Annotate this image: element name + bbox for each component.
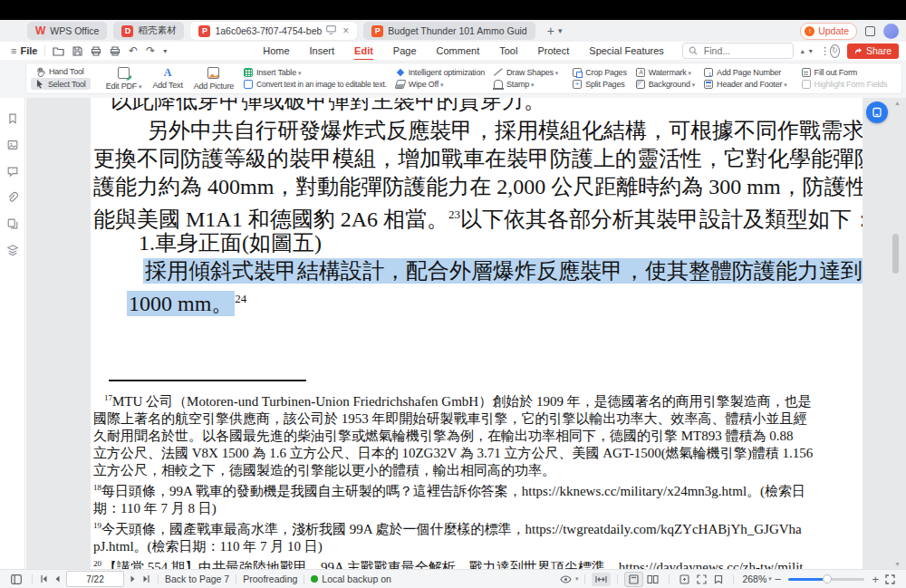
tab-current-document[interactable]: P 1a6c0e63-7f07-4754-beb × (190, 22, 357, 40)
read-mode-button[interactable]: ▾ (560, 575, 579, 583)
update-button[interactable]: ↑ Update (800, 23, 857, 40)
sidebar-toggle-icon[interactable] (7, 573, 25, 586)
stamp-button[interactable]: Stamp (494, 80, 558, 89)
split-pages-button[interactable]: Split Pages (573, 80, 627, 89)
add-page-number-button[interactable]: Add Page Number (704, 68, 786, 77)
add-picture-icon (207, 67, 219, 79)
merge-split-group: Merge PDF Split PDF (897, 65, 902, 92)
scroll-up-icon[interactable]: ▲ (894, 100, 901, 106)
menu-special-features[interactable]: Special Features (589, 45, 664, 56)
hamburger-icon: ≡ (11, 45, 16, 56)
first-page-button[interactable] (39, 574, 48, 583)
insert-table-button[interactable]: Insert Table (244, 68, 387, 77)
find-input[interactable] (702, 44, 787, 57)
header-and-footer-button[interactable]: Header and Footer (704, 80, 786, 89)
draw-shapes-button[interactable]: Draw Shapes (494, 68, 558, 77)
local-backup-status[interactable]: Local backup on (311, 574, 390, 584)
fullscreen-button[interactable] (882, 573, 899, 586)
line-shape-icon (494, 68, 503, 77)
zoom-out-button[interactable]: − (775, 573, 782, 586)
pages-copy-icon[interactable] (6, 217, 19, 230)
two-page-view-button[interactable] (643, 573, 662, 586)
select-tool-button[interactable]: Select Tool (31, 78, 91, 90)
crop-pages-button[interactable]: Crop Pages (573, 68, 627, 77)
fit-width-button[interactable] (592, 573, 611, 586)
new-tab-button[interactable]: + (547, 24, 554, 38)
window-control-icon[interactable] (865, 26, 875, 36)
header-footer-icon (704, 80, 713, 89)
zoom-slider[interactable] (788, 578, 864, 581)
tab-wps-office[interactable]: W WPS Office (27, 22, 107, 40)
background-button[interactable]: Background (636, 80, 695, 89)
fill-out-form-button[interactable]: Fill out Form (802, 68, 888, 77)
menu-protect[interactable]: Protect (537, 45, 569, 56)
edit-pdf-button[interactable]: Edit PDF (101, 65, 148, 92)
find-previous-icon[interactable]: ▴ (801, 47, 805, 55)
next-page-button[interactable] (130, 574, 137, 583)
fit-page-button[interactable] (676, 573, 693, 586)
comment-icon[interactable] (6, 165, 19, 178)
menu-file[interactable]: ≡ File (11, 45, 37, 56)
actual-size-button[interactable] (693, 573, 710, 586)
menu-insert[interactable]: Insert (310, 45, 335, 56)
last-page-button[interactable] (142, 574, 151, 583)
merge-pdf-button[interactable]: Merge PDF (901, 69, 902, 78)
menu-home[interactable]: Home (263, 45, 289, 56)
scroll-down-icon[interactable]: ▼ (894, 561, 901, 567)
mobile-view-float-button[interactable] (866, 101, 888, 123)
tab-docer-materials[interactable]: D 稻壳素材 (113, 22, 184, 40)
redo-icon[interactable]: ↷ (146, 44, 155, 57)
zoom-in-button[interactable]: + (872, 573, 879, 586)
menu-page[interactable]: Page (393, 45, 417, 56)
watermark-button[interactable]: Watermark (636, 68, 695, 77)
thumbnail-icon[interactable] (6, 139, 19, 151)
hand-tool-button[interactable]: Hand Tool (35, 67, 91, 77)
wipe-off-button[interactable]: Wipe Off (396, 80, 485, 89)
previous-page-button[interactable] (53, 574, 61, 583)
more-options-icon[interactable]: ⋮ (820, 45, 830, 57)
print-preview-icon[interactable] (110, 46, 120, 56)
page-indicator-input[interactable] (66, 571, 124, 587)
zoom-level[interactable]: 268% (742, 574, 766, 584)
find-next-icon[interactable]: ▾ (809, 47, 813, 55)
bookmark-view-button[interactable] (710, 573, 727, 586)
save-icon[interactable] (72, 46, 82, 56)
ribbon-background: Hand Tool Select Tool Edit PDF A Add Tex… (0, 60, 906, 98)
vertical-scrollbar-thumb[interactable] (892, 234, 899, 274)
find-box[interactable] (682, 43, 794, 59)
app-tab-bar: W WPS Office D 稻壳素材 P 1a6c0e63-7f07-4754… (0, 20, 906, 42)
menu-edit[interactable]: Edit (354, 45, 373, 56)
page-number-icon (704, 68, 713, 77)
cloud-sync-icon[interactable]: ↻ (830, 44, 840, 58)
open-folder-icon[interactable] (53, 46, 64, 56)
menu-tool[interactable]: Tool (499, 45, 517, 56)
intelligent-optimization-button[interactable]: Intelligent optimization (396, 68, 485, 77)
single-page-view-button[interactable] (624, 572, 643, 587)
undo-icon[interactable]: ↶ (129, 44, 138, 57)
doc-text-line: 護能力約為 400mm，對動能彈防護能力在 2,000 公尺距離時約為 300 … (93, 174, 863, 199)
layers-icon[interactable] (6, 244, 19, 256)
close-tab-icon[interactable]: × (342, 24, 349, 37)
proofreading-button[interactable]: Proofreading (243, 574, 297, 584)
menu-bar: ≡ File ↶ ↷ ▾ Home Insert Edit Page Comme… (0, 42, 906, 60)
pdf-page[interactable]: 以此降低穿甲彈或破甲彈對主裝甲的貫穿力。 另外中共自行研發爆炸式反應裝甲，採用模… (91, 98, 863, 569)
tab-list-chevron-icon[interactable]: ▾ (558, 26, 563, 35)
optimize-wipe-group: Intelligent optimization Wipe Off (391, 65, 489, 92)
add-picture-button[interactable]: Add Picture (188, 65, 239, 92)
bookmark-icon[interactable] (6, 112, 19, 125)
add-text-button[interactable]: A Add Text (147, 65, 188, 92)
status-bar: Back to Page 7 Proofreading Local backup… (0, 569, 906, 588)
print-icon[interactable] (91, 46, 101, 56)
attachment-icon[interactable] (6, 191, 19, 204)
menu-comment[interactable]: Comment (437, 45, 480, 56)
search-icon (689, 46, 698, 55)
tab-budget-document[interactable]: P Budget Thunder 101 Ammo Guid (363, 22, 535, 40)
quick-access-chevron-icon[interactable]: ▾ (163, 47, 167, 55)
convert-text-button[interactable]: Convert text in an image to editable tex… (244, 80, 387, 89)
share-button[interactable]: Share (847, 43, 899, 59)
zoom-chevron-icon[interactable]: ▾ (768, 575, 772, 583)
zoom-slider-knob[interactable] (823, 574, 832, 583)
update-badge-icon: ↑ (805, 26, 814, 36)
user-avatar[interactable] (883, 24, 899, 39)
back-to-page-button[interactable]: Back to Page 7 (165, 574, 229, 584)
